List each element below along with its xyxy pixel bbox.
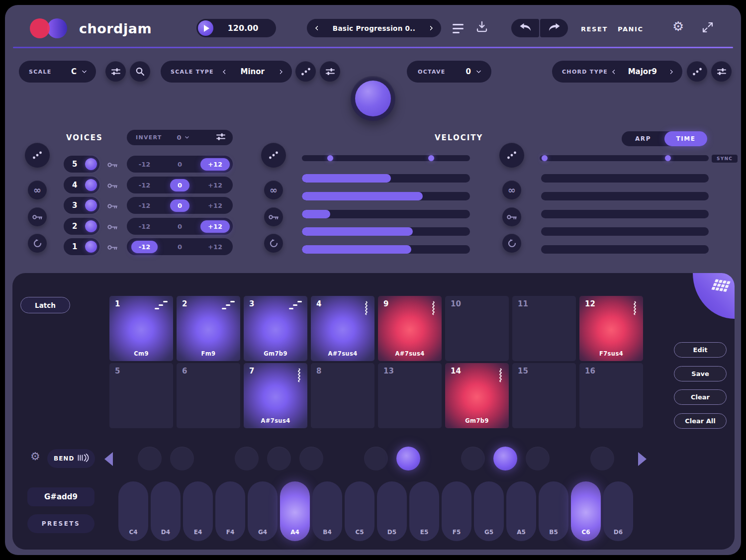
chevron-down-icon[interactable] — [476, 69, 481, 74]
black-key[interactable] — [299, 447, 323, 470]
time-bar[interactable] — [541, 227, 709, 236]
black-key[interactable] — [590, 447, 614, 470]
key-lock-button[interactable] — [502, 207, 521, 226]
voice-key-lock-icon[interactable] — [107, 223, 118, 232]
time-bar[interactable] — [541, 174, 709, 183]
pad-7[interactable]: 7A#7sus4 — [244, 363, 307, 428]
black-key[interactable] — [461, 447, 485, 470]
edit-button[interactable]: Edit — [674, 342, 727, 358]
transpose-option-label[interactable]: -12 — [139, 182, 151, 189]
black-key[interactable] — [526, 447, 550, 470]
white-key-E4[interactable]: E4 — [183, 481, 213, 541]
black-key[interactable] — [170, 447, 194, 470]
voice-number-pill[interactable]: 4 — [64, 177, 99, 193]
voice-key-lock-icon[interactable] — [107, 202, 118, 211]
black-key[interactable] — [235, 447, 259, 470]
octave-prev-button[interactable] — [104, 452, 113, 466]
octave-next-button[interactable] — [638, 452, 647, 466]
pad-3[interactable]: 3Gm7b9 — [244, 296, 307, 361]
transpose-option-label[interactable]: 0 — [170, 199, 189, 212]
range-handle[interactable] — [665, 155, 671, 161]
refresh-cycle-button[interactable] — [264, 234, 283, 253]
panic-button[interactable]: PANIC — [618, 25, 644, 33]
white-key-G5[interactable]: G5 — [474, 481, 504, 541]
dice-randomize-button[interactable] — [261, 143, 286, 168]
transpose-option[interactable]: -12 — [127, 241, 162, 253]
white-key-B4[interactable]: B4 — [312, 481, 342, 541]
scale-type-settings-button[interactable] — [320, 61, 340, 82]
transpose-option[interactable]: +12 — [197, 158, 233, 171]
redo-button[interactable] — [540, 19, 568, 37]
key-lock-button[interactable] — [264, 207, 283, 226]
octave-value[interactable]: 0 — [466, 67, 471, 76]
transpose-option[interactable]: -12 — [127, 223, 162, 230]
transpose-option[interactable]: -12 — [127, 202, 162, 209]
infinity-endless-button[interactable]: ∞ — [28, 181, 47, 199]
transpose-option[interactable]: +12 — [197, 220, 233, 233]
pad-15[interactable]: 15 — [512, 363, 576, 428]
preset-next-icon[interactable] — [428, 26, 433, 31]
black-key[interactable] — [364, 447, 388, 470]
chord-settings-button[interactable] — [711, 61, 732, 82]
key-lock-button[interactable] — [28, 207, 47, 226]
dice-randomize-button[interactable] — [25, 143, 50, 168]
save-button[interactable]: Save — [674, 366, 727, 381]
white-key-C5[interactable]: C5 — [345, 481, 374, 541]
transpose-option-label[interactable]: +12 — [208, 182, 222, 189]
time-bar[interactable] — [541, 245, 709, 254]
transpose-option[interactable]: 0 — [162, 179, 197, 191]
transpose-option-label[interactable]: 0 — [178, 223, 182, 230]
transpose-option-label[interactable]: +12 — [208, 202, 222, 209]
pad-11[interactable]: 11 — [512, 296, 576, 361]
black-key[interactable] — [138, 447, 162, 470]
pad-16[interactable]: 16 — [579, 363, 643, 428]
sync-toggle[interactable]: SYNC — [712, 155, 738, 163]
transpose-option[interactable]: +12 — [197, 202, 233, 209]
arp-tab[interactable]: ARP — [622, 131, 664, 146]
pad-13[interactable]: 13 — [378, 363, 442, 428]
white-key-E5[interactable]: E5 — [409, 481, 439, 541]
infinity-endless-button[interactable]: ∞ — [264, 181, 283, 199]
voice-number-pill[interactable]: 3 — [64, 197, 99, 214]
undo-button[interactable] — [511, 19, 539, 37]
pad-1[interactable]: 1Cm9 — [109, 296, 173, 361]
pad-2[interactable]: 2Fm9 — [177, 296, 240, 361]
white-key-F5[interactable]: F5 — [442, 481, 471, 541]
white-key-G4[interactable]: G4 — [248, 481, 278, 541]
transpose-option-label[interactable]: 0 — [178, 161, 182, 168]
master-knob[interactable] — [351, 76, 395, 121]
transpose-option-label[interactable]: 0 — [178, 243, 182, 251]
black-key[interactable] — [267, 447, 291, 470]
voice-key-lock-icon[interactable] — [107, 161, 118, 170]
white-key-D6[interactable]: D6 — [603, 481, 633, 541]
transpose-option-label[interactable]: -12 — [131, 241, 158, 253]
white-key-F4[interactable]: F4 — [215, 481, 245, 541]
white-key-B5[interactable]: B5 — [539, 481, 568, 541]
transpose-option-label[interactable]: -12 — [139, 202, 151, 209]
time-bar[interactable] — [541, 210, 709, 218]
white-key-A5[interactable]: A5 — [506, 481, 536, 541]
velocity-bar[interactable] — [302, 210, 470, 218]
voice-number-pill[interactable]: 1 — [64, 238, 99, 255]
transpose-option-label[interactable]: 0 — [170, 179, 189, 191]
clear-button[interactable]: Clear — [674, 389, 727, 405]
chord-randomize-dice-button[interactable] — [687, 61, 707, 82]
scale-type-next-icon[interactable] — [278, 69, 283, 74]
velocity-bar[interactable] — [302, 227, 470, 236]
white-key-A4[interactable]: A4 — [280, 481, 310, 541]
transpose-option[interactable]: 0 — [162, 199, 197, 212]
transpose-option-label[interactable]: +12 — [200, 158, 230, 171]
transpose-option-label[interactable]: +12 — [200, 220, 230, 233]
range-handle[interactable] — [327, 155, 333, 161]
bend-toggle[interactable]: BEND — [47, 449, 95, 468]
time-tab[interactable]: TIME — [664, 131, 707, 146]
range-handle[interactable] — [428, 155, 434, 161]
reset-button[interactable]: RESET — [581, 25, 608, 33]
pad-8[interactable]: 8 — [311, 363, 374, 428]
dice-randomize-button[interactable] — [499, 143, 524, 168]
chord-type-next-icon[interactable] — [668, 69, 673, 74]
white-key-C6[interactable]: C6 — [571, 481, 601, 541]
transpose-option[interactable]: 0 — [162, 161, 197, 168]
refresh-cycle-button[interactable] — [28, 234, 47, 253]
transpose-option[interactable]: -12 — [127, 161, 162, 168]
